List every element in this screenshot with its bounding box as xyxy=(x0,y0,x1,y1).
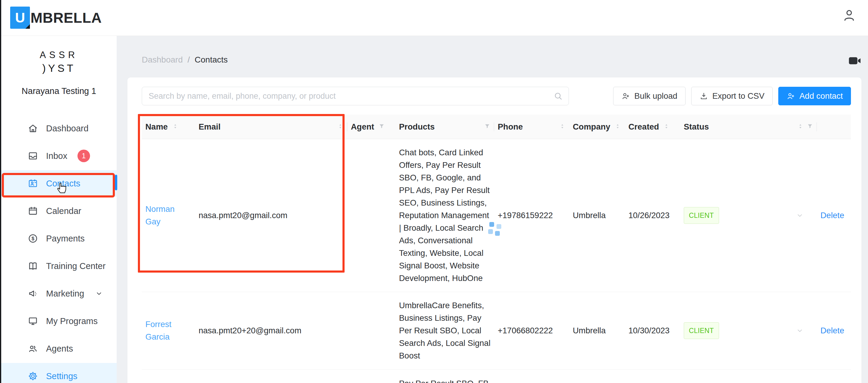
sidebar: ASSR )YST Narayana Testing 1 DashboardIn… xyxy=(1,36,117,383)
sidebar-item-label: My Programs xyxy=(46,316,97,326)
cell-actions: Delete xyxy=(817,139,852,292)
table-header-row: NameEmailAgentProductsPhoneCompanyCreate… xyxy=(142,115,851,139)
column-header-products[interactable]: Products xyxy=(395,115,494,139)
sort-icon[interactable] xyxy=(337,123,344,131)
sidebar-item-label: Marketing xyxy=(46,289,84,299)
sidebar-item-inbox[interactable]: Inbox1 xyxy=(1,143,117,169)
search-icon xyxy=(553,91,563,101)
column-label: Products xyxy=(399,122,435,131)
mouse-cursor-hand-icon xyxy=(55,179,69,194)
sidebar-item-label: Dashboard xyxy=(46,124,89,134)
contact-name-link[interactable]: Forrest Garcia xyxy=(145,318,191,343)
sidebar-item-payments[interactable]: $Payments xyxy=(1,225,117,252)
filter-icon[interactable] xyxy=(378,123,385,131)
sidebar-item-calendar[interactable]: Calendar xyxy=(1,198,117,224)
contacts-icon xyxy=(28,178,38,189)
column-label: Agent xyxy=(351,122,374,131)
filter-icon[interactable] xyxy=(807,123,813,131)
breadcrumb-contacts: Contacts xyxy=(195,55,228,65)
search-wrap xyxy=(142,87,569,105)
table-row: Norman Gaynasa.pmt20@gmail.comChat bots,… xyxy=(142,139,851,292)
column-header-status[interactable]: Status xyxy=(680,115,817,139)
sidebar-item-label: Inbox xyxy=(46,151,67,161)
app-header: U MBRELLA xyxy=(1,0,868,36)
cell-products: UmbrellaCare Benefits, Business Listings… xyxy=(395,292,494,369)
workspace-logo: ASSR )YST xyxy=(1,50,117,74)
add-contact-button[interactable]: Add contact xyxy=(778,87,851,105)
cell-status: CLIENT xyxy=(680,139,817,292)
cell-phone xyxy=(494,370,569,383)
sidebar-item-my-programs[interactable]: My Programs xyxy=(1,308,117,334)
book-icon xyxy=(28,261,38,271)
delete-link[interactable]: Delete xyxy=(820,324,844,337)
column-label: Email xyxy=(198,122,220,131)
sort-icon[interactable] xyxy=(172,123,179,131)
home-icon xyxy=(28,123,38,134)
chevron-down-icon[interactable] xyxy=(795,326,804,335)
export-csv-label: Export to CSV xyxy=(712,91,765,101)
sidebar-item-marketing[interactable]: Marketing xyxy=(1,281,117,307)
cell-name: Forrest Garcia xyxy=(142,292,195,369)
sidebar-scrollbar-thumb[interactable] xyxy=(115,175,117,190)
user-profile-icon[interactable] xyxy=(842,8,857,23)
add-contact-label: Add contact xyxy=(800,91,843,101)
column-header-actions xyxy=(817,115,852,139)
search-input[interactable] xyxy=(142,87,569,105)
sidebar-item-training-center[interactable]: Training Center xyxy=(1,253,117,279)
sort-icon[interactable] xyxy=(663,123,670,131)
cell-email xyxy=(195,370,347,383)
breadcrumb-dashboard[interactable]: Dashboard xyxy=(142,55,183,65)
sort-icon[interactable] xyxy=(797,123,804,131)
sidebar-item-dashboard[interactable]: Dashboard xyxy=(1,115,117,142)
cell-status xyxy=(680,370,817,383)
sidebar-item-agents[interactable]: Agents xyxy=(1,335,117,362)
column-label: Name xyxy=(145,122,168,131)
workspace-name: Narayana Testing 1 xyxy=(1,86,117,96)
cell-created: 10/30/2023 xyxy=(625,292,680,369)
sort-icon[interactable] xyxy=(614,123,621,131)
delete-link[interactable]: Delete xyxy=(820,209,844,222)
megaphone-icon xyxy=(28,288,38,299)
products-text: Pay Per Result SBO, FB xyxy=(399,377,489,383)
column-header-phone[interactable]: Phone xyxy=(494,115,569,139)
umbrella-logo-icon: U xyxy=(10,7,30,29)
cell-email: nasa.pmt20+20@gmail.com xyxy=(195,292,347,369)
bulk-upload-label: Bulk upload xyxy=(634,91,678,101)
column-header-name[interactable]: Name xyxy=(142,115,195,139)
umbrella-logo: U MBRELLA xyxy=(10,7,102,29)
inbox-unread-badge: 1 xyxy=(78,150,90,162)
person-add-icon xyxy=(786,92,795,100)
column-header-created[interactable]: Created xyxy=(625,115,680,139)
sidebar-item-settings[interactable]: Settings xyxy=(1,363,117,383)
sidebar-item-label: Training Center xyxy=(46,261,105,271)
chevron-down-icon[interactable] xyxy=(95,289,103,298)
sidebar-nav: DashboardInbox1ContactsCalendar$Payments… xyxy=(1,115,117,383)
table-body: Norman Gaynasa.pmt20@gmail.comChat bots,… xyxy=(142,139,851,383)
workspace-logo-line1: ASSR xyxy=(1,50,117,60)
monitor-icon xyxy=(28,316,38,326)
column-label: Status xyxy=(684,122,709,131)
video-camera-icon[interactable] xyxy=(847,53,862,66)
sort-icon[interactable] xyxy=(559,123,566,131)
sidebar-item-label: Agents xyxy=(46,344,73,354)
sidebar-item-label: Settings xyxy=(46,371,78,381)
person-add-icon xyxy=(621,92,630,100)
column-label: Phone xyxy=(498,122,523,131)
column-header-agent[interactable]: Agent xyxy=(347,115,395,139)
cell-name: Norman Gay xyxy=(142,139,195,292)
column-header-company[interactable]: Company xyxy=(569,115,625,139)
table-row: Pay Per Result SBO, FB xyxy=(142,370,851,383)
chevron-down-icon[interactable] xyxy=(795,211,804,220)
cell-email: nasa.pmt20@gmail.com xyxy=(195,139,347,292)
svg-text:$: $ xyxy=(31,236,34,241)
export-csv-button[interactable]: Export to CSV xyxy=(691,87,773,105)
bulk-upload-button[interactable]: Bulk upload xyxy=(613,87,686,105)
contact-name-link[interactable]: Norman Gay xyxy=(145,203,191,228)
cell-actions: Delete xyxy=(817,292,852,369)
cell-status: CLIENT xyxy=(680,292,817,369)
cell-phone: +19786159222 xyxy=(494,139,569,292)
breadcrumb: Dashboard / Contacts xyxy=(142,55,228,65)
cell-created xyxy=(625,370,680,383)
column-header-email[interactable]: Email xyxy=(195,115,347,139)
filter-icon[interactable] xyxy=(484,123,491,131)
